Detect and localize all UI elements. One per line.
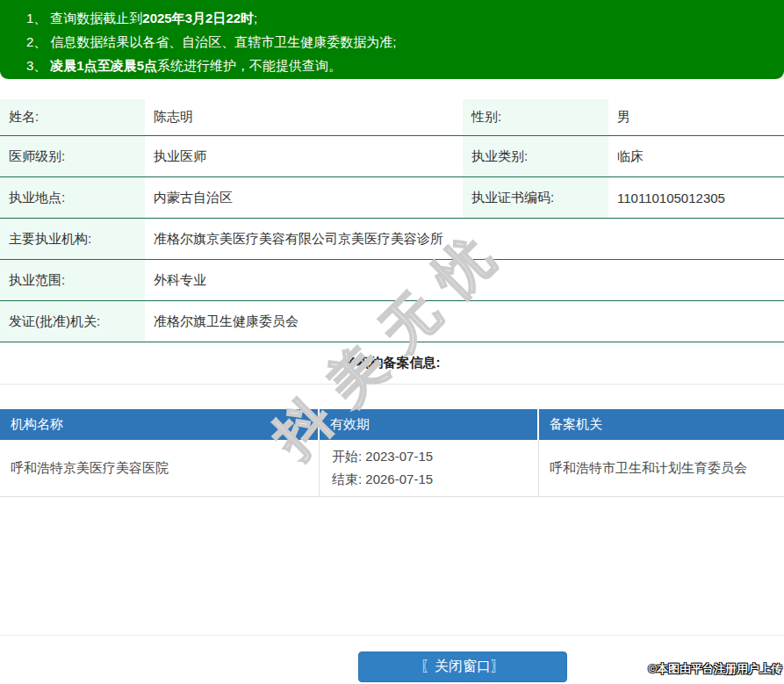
field-value-practice-scope: 外科专业	[145, 260, 784, 300]
field-label-doctor-level: 医师级别:	[0, 136, 145, 176]
notice-line-2: 2、信息数据结果以各省、自治区、直辖市卫生健康委数据为准;	[0, 30, 784, 54]
table-row: 发证(批准)机关: 准格尔旗卫生健康委员会	[0, 301, 784, 342]
footer-divider	[0, 635, 784, 636]
notice-line-3: 3、凌晨1点至凌晨5点系统进行维护，不能提供查询。	[0, 54, 784, 77]
field-label-certificate-number: 执业证书编码:	[463, 177, 608, 218]
multi-org-table: 机构名称 有效期 备案机关 呼和浩特京美医疗美容医院 开始: 2023-07-1…	[0, 409, 784, 497]
table-row: 医师级别: 执业医师 执业类别: 临床	[0, 136, 784, 177]
authority-cell: 呼和浩特市卫生和计划生育委员会	[539, 440, 784, 496]
field-value-main-institution: 准格尔旗京美医疗美容有限公司京美医疗美容诊所	[145, 219, 784, 259]
field-label-practice-location: 执业地点:	[0, 177, 145, 218]
field-label-issuing-authority: 发证(批准)机关:	[0, 301, 145, 342]
org-name-cell: 呼和浩特京美医疗美容医院	[0, 440, 320, 496]
notice-text: 信息数据结果以各省、自治区、直辖市卫生健康委数据为准;	[50, 34, 396, 49]
notice-text: ;	[254, 11, 257, 25]
field-label-practice-category: 执业类别:	[463, 136, 608, 176]
notice-text-bold: 2025年3月2日22时	[142, 11, 254, 25]
column-header-authority: 备案机关	[539, 409, 784, 440]
validity-end: 结束: 2026-07-15	[332, 468, 433, 491]
column-header-org-name: 机构名称	[0, 409, 320, 440]
notice-bar: 1、查询数据截止到2025年3月2日22时; 2、信息数据结果以各省、自治区、直…	[0, 0, 784, 79]
notice-text: 查询数据截止到	[50, 11, 142, 25]
table-row: 执业范围: 外科专业	[0, 260, 784, 301]
notice-text: 系统进行维护，不能提供查询。	[157, 58, 342, 73]
field-value-name: 陈志明	[145, 99, 463, 135]
notice-number: 3、	[26, 58, 47, 73]
validity-start: 开始: 2023-07-15	[332, 445, 433, 468]
field-value-practice-category: 临床	[608, 136, 784, 176]
practitioner-info-table: 姓名: 陈志明 性别: 男 医师级别: 执业医师 执业类别: 临床 执业地点: …	[0, 99, 784, 342]
field-value-doctor-level: 执业医师	[145, 136, 463, 176]
notice-line-1: 1、查询数据截止到2025年3月2日22时;	[0, 6, 784, 30]
table-row: 姓名: 陈志明 性别: 男	[0, 99, 784, 136]
field-value-issuing-authority: 准格尔旗卫生健康委员会	[145, 301, 784, 342]
multi-org-table-header: 机构名称 有效期 备案机关	[0, 409, 784, 440]
notice-number: 2、	[26, 34, 47, 49]
upload-stamp-text: ©本图由平台注册用户上传	[648, 661, 782, 677]
field-label-name: 姓名:	[0, 99, 145, 135]
field-value-gender: 男	[608, 99, 784, 135]
field-value-practice-location: 内蒙古自治区	[145, 177, 463, 218]
multi-org-section-title: 多机构备案信息:	[0, 342, 784, 385]
practitioner-query-result-page: 1、查询数据截止到2025年3月2日22时; 2、信息数据结果以各省、自治区、直…	[0, 0, 784, 684]
column-header-validity: 有效期	[320, 409, 539, 440]
table-row: 主要执业机构: 准格尔旗京美医疗美容有限公司京美医疗美容诊所	[0, 219, 784, 260]
field-label-main-institution: 主要执业机构:	[0, 219, 145, 259]
notice-number: 1、	[26, 11, 47, 25]
table-row: 执业地点: 内蒙古自治区 执业证书编码: 110110105012305	[0, 177, 784, 219]
notice-text-bold: 凌晨1点至凌晨5点	[50, 58, 157, 73]
multi-org-table-row: 呼和浩特京美医疗美容医院 开始: 2023-07-15 结束: 2026-07-…	[0, 440, 784, 497]
field-label-practice-scope: 执业范围:	[0, 260, 145, 300]
field-label-gender: 性别:	[463, 99, 608, 135]
close-window-button[interactable]: 〖关闭窗口〗	[358, 652, 567, 682]
validity-cell: 开始: 2023-07-15 结束: 2026-07-15	[320, 440, 539, 496]
field-value-certificate-number: 110110105012305	[608, 177, 784, 218]
